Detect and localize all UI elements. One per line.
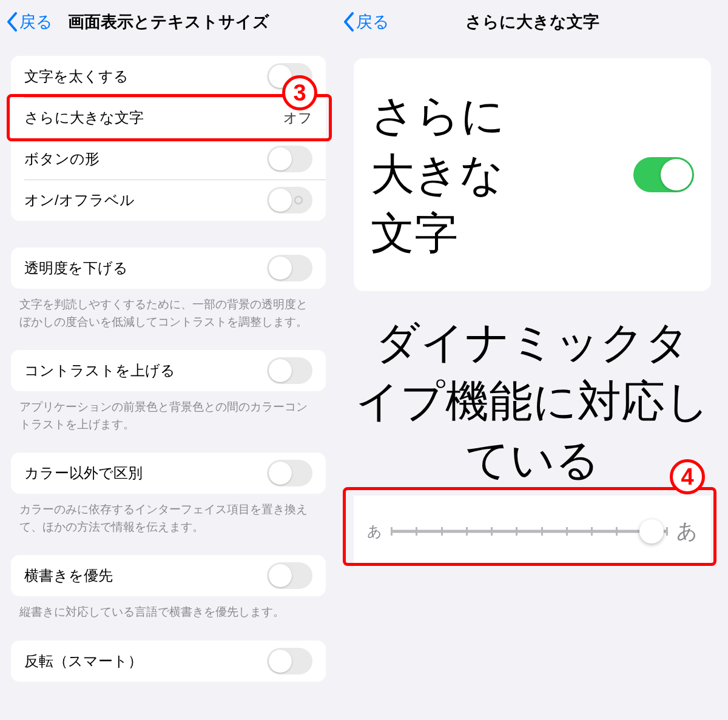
section-footer: カラーのみに依存するインターフェイス項目を置き換えて、ほかの方法で情報を伝えます… bbox=[19, 501, 317, 536]
page-title: さらに大きな文字 bbox=[337, 11, 728, 33]
settings-group: 透明度を下げる bbox=[11, 247, 326, 289]
row-button-shapes[interactable]: ボタンの形 bbox=[11, 138, 326, 180]
toggle-button-shapes[interactable] bbox=[267, 146, 312, 172]
slider-ticks bbox=[391, 522, 668, 540]
row-label: カラー以外で区別 bbox=[24, 463, 143, 483]
nav-header: 戻る さらに大きな文字 bbox=[337, 0, 728, 44]
slider-min-label: あ bbox=[367, 522, 382, 541]
row-bold-text[interactable]: 文字を太くする bbox=[11, 56, 326, 97]
settings-group: コントラストを上げる bbox=[11, 350, 326, 391]
larger-text-label: さらに 大きな 文字 bbox=[371, 86, 505, 263]
row-label: 横書きを優先 bbox=[24, 566, 113, 585]
toggle-knob bbox=[269, 147, 292, 170]
back-button[interactable]: 戻る bbox=[6, 11, 53, 33]
slider-knob[interactable] bbox=[639, 519, 664, 543]
chevron-left-icon bbox=[343, 12, 355, 32]
text-size-slider-panel: あ あ bbox=[354, 496, 711, 567]
row-label: コントラストを上げる bbox=[24, 361, 175, 380]
row-reduce-transparency[interactable]: 透明度を下げる bbox=[11, 247, 326, 289]
row-increase-contrast[interactable]: コントラストを上げる bbox=[11, 350, 326, 391]
left-screen: 戻る 画面表示とテキストサイズ 文字を太くする さらに大きな文字 オフ ボタンの… bbox=[0, 0, 337, 720]
toggle-knob bbox=[269, 189, 292, 212]
section-footer: アプリケーションの前景色と背景色との間のカラーコントラストを上げます。 bbox=[19, 399, 317, 433]
back-button[interactable]: 戻る bbox=[343, 11, 389, 33]
toggle-knob bbox=[269, 65, 292, 88]
row-on-off-labels[interactable]: オン/オフラベル bbox=[11, 180, 326, 221]
row-label: さらに大きな文字 bbox=[24, 108, 144, 127]
row-larger-text[interactable]: さらに大きな文字 オフ bbox=[11, 97, 326, 138]
toggle-bold-text[interactable] bbox=[267, 63, 312, 90]
right-screen: 戻る さらに大きな文字 さらに 大きな 文字 ダイナミックタイプ機能に対応してい… bbox=[337, 0, 728, 720]
toggle-smart-invert[interactable] bbox=[267, 648, 312, 675]
back-label: 戻る bbox=[19, 11, 53, 33]
row-label: 反転（スマート） bbox=[24, 651, 143, 671]
toggle-increase-contrast[interactable] bbox=[267, 357, 312, 384]
chevron-left-icon bbox=[6, 12, 18, 32]
toggle-knob bbox=[269, 650, 292, 673]
row-label: ボタンの形 bbox=[24, 149, 99, 169]
settings-group: カラー以外で区別 bbox=[11, 453, 326, 494]
toggle-knob bbox=[269, 564, 292, 587]
row-label: オン/オフラベル bbox=[24, 190, 135, 210]
toggle-off-indicator bbox=[294, 196, 303, 204]
toggle-knob bbox=[269, 462, 292, 485]
toggle-on-off-labels[interactable] bbox=[267, 187, 312, 214]
toggle-prefer-horizontal[interactable] bbox=[267, 562, 312, 589]
larger-text-toggle-group: さらに 大きな 文字 bbox=[354, 58, 711, 291]
back-label: 戻る bbox=[356, 11, 389, 33]
row-value: オフ bbox=[283, 109, 312, 127]
toggle-reduce-transparency[interactable] bbox=[267, 255, 312, 281]
row-diff-no-color[interactable]: カラー以外で区別 bbox=[11, 453, 326, 494]
toggle-knob bbox=[269, 257, 292, 280]
settings-group: 横書きを優先 bbox=[11, 555, 326, 596]
row-label: 透明度を下げる bbox=[24, 258, 128, 278]
row-prefer-horizontal[interactable]: 横書きを優先 bbox=[11, 555, 326, 596]
nav-header: 戻る 画面表示とテキストサイズ bbox=[0, 0, 337, 44]
settings-group: 反転（スマート） bbox=[11, 641, 326, 682]
settings-group: 文字を太くする さらに大きな文字 オフ ボタンの形 オン/オフラベル 3 bbox=[11, 56, 326, 221]
row-smart-invert[interactable]: 反転（スマート） bbox=[11, 641, 326, 682]
section-footer: 縦書きに対応している言語で横書きを優先します。 bbox=[19, 604, 317, 621]
toggle-diff-no-color[interactable] bbox=[267, 460, 312, 486]
text-size-slider[interactable] bbox=[391, 522, 668, 540]
section-footer: 文字を判読しやすくするために、一部の背景の透明度とぼかしの度合いを低減してコント… bbox=[19, 296, 317, 331]
slider-max-label: あ bbox=[676, 517, 698, 545]
dynamic-type-description: ダイナミックタイプ機能に対応している bbox=[354, 313, 711, 490]
row-label: 文字を太くする bbox=[24, 67, 129, 86]
toggle-knob bbox=[661, 159, 692, 190]
toggle-larger-text[interactable] bbox=[633, 157, 694, 192]
toggle-knob bbox=[269, 359, 292, 382]
